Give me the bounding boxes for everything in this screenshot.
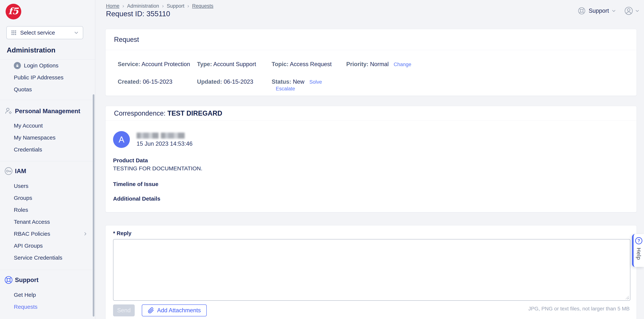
field-label: Status: [272, 79, 291, 85]
question-circle-icon: ? [635, 237, 643, 245]
sidebar-item-public-ip-addresses[interactable]: Public IP Addresses [0, 72, 95, 84]
field-label: Type: [197, 61, 212, 67]
chevron-down-icon[interactable] [635, 9, 640, 13]
correspondence-card: Correspondence: TEST DIREGARD A 15 Jun 2… [106, 106, 637, 212]
divider [0, 270, 95, 270]
breadcrumb: Home › Administration › Support › Reques… [106, 3, 214, 9]
breadcrumb-administration[interactable]: Administration [127, 3, 159, 9]
attachment-hint: JPG, PNG or text files, not larger than … [528, 306, 630, 312]
breadcrumb-separator: › [122, 3, 124, 9]
sidebar-item-label: Service Credentials [14, 254, 62, 261]
life-ring-icon [578, 7, 586, 15]
field-status: Status: New Solve Escalate [272, 79, 346, 92]
message-section: Additional Details [113, 196, 628, 202]
correspondence-title-prefix: Correspondence: [114, 109, 166, 117]
chevron-down-icon [74, 30, 79, 35]
field-value: Normal [370, 61, 388, 67]
page: f5 Select service Administration [0, 0, 644, 319]
sidebar-nav: Login Options Public IP Addresses Quotas [0, 59, 95, 313]
sidebar-section-support[interactable]: Support [0, 274, 95, 286]
breadcrumb-support[interactable]: Support [167, 3, 184, 9]
field-value: 06-15-2023 [143, 79, 172, 85]
field-value: Access Request [290, 61, 332, 67]
breadcrumb-requests[interactable]: Requests [192, 3, 214, 9]
sidebar-scrollbar[interactable] [93, 94, 94, 316]
help-tab[interactable]: ? Help [632, 234, 644, 267]
message-header: A 15 Jun 2023 14:53:46 [113, 131, 628, 148]
sidebar-item-my-namespaces[interactable]: My Namespaces [0, 132, 95, 144]
sidebar-item-label: Credentials [14, 146, 42, 153]
sidebar-item-label: Login Options [24, 62, 58, 69]
user-avatar-icon[interactable] [624, 6, 633, 15]
sidebar-item-credentials[interactable]: Credentials [0, 144, 95, 156]
support-switcher[interactable]: Support [588, 8, 609, 14]
sidebar-item-my-account[interactable]: My Account [0, 120, 95, 132]
avatar: A [113, 131, 130, 148]
sidebar-item-users[interactable]: Users [0, 180, 95, 192]
chevron-right-icon [83, 232, 88, 236]
f5-logo[interactable]: f5 [6, 4, 21, 20]
sidebar-item-label: Requests [14, 304, 38, 310]
sidebar-item-label: API Groups [14, 243, 43, 249]
escalate-link[interactable]: Escalate [276, 86, 295, 92]
message-section-heading: Product Data [113, 157, 628, 164]
sidebar-item-get-help[interactable]: Get Help [0, 289, 95, 301]
sidebar-item-login-options[interactable]: Login Options [0, 60, 95, 72]
field-label: Service: [118, 61, 140, 67]
sidebar-item-label: My Account [14, 123, 43, 129]
add-attachments-button[interactable]: Add Attachments [142, 304, 207, 316]
divider [0, 161, 95, 161]
request-fields: Service: Account Protection Type: Accoun… [106, 50, 636, 92]
field-value: 06-15-2023 [224, 79, 253, 85]
field-topic: Topic: Access Request [272, 61, 346, 68]
message-author-block: 15 Jun 2023 14:53:46 [136, 131, 192, 148]
sidebar-item-label: Groups [14, 195, 32, 201]
key-icon [4, 167, 13, 175]
lock-icon [14, 62, 21, 69]
request-card-title: Request [106, 29, 636, 50]
request-card: Request Service: Account Protection Type… [106, 29, 637, 96]
sidebar-item-requests[interactable]: Requests [0, 301, 95, 313]
sidebar-item-rbac-policies[interactable]: RBAC Policies [0, 228, 95, 240]
reply-card: * Reply Send Add Attachments JPG, PNG or… [106, 225, 637, 319]
message-section-body: TESTING FOR DOCUMENTATION. [113, 165, 628, 172]
sidebar-item-roles[interactable]: Roles [0, 204, 95, 216]
service-selector[interactable]: Select service [6, 26, 83, 39]
sidebar-item-label: RBAC Policies [14, 231, 50, 237]
breadcrumb-home[interactable]: Home [106, 3, 120, 9]
grid-icon [11, 30, 17, 36]
sidebar-item-label: Tenant Access [14, 219, 50, 225]
help-tab-label: Help [636, 248, 642, 260]
paperclip-icon [148, 307, 154, 313]
sidebar-section-personal-management[interactable]: Personal Management [0, 105, 95, 117]
sidebar-item-tenant-access[interactable]: Tenant Access [0, 216, 95, 228]
change-priority-link[interactable]: Change [394, 62, 411, 67]
add-attachments-label: Add Attachments [157, 307, 201, 314]
field-updated: Updated: 06-15-2023 [197, 79, 272, 85]
field-label: Topic: [272, 61, 288, 67]
message-section-heading: Timeline of Issue [113, 181, 628, 187]
chevron-down-icon[interactable] [612, 9, 616, 13]
sidebar-item-label: Get Help [14, 292, 36, 298]
send-button[interactable]: Send [113, 304, 135, 316]
sidebar-item-quotas[interactable]: Quotas [0, 84, 95, 95]
message-section: Product Data TESTING FOR DOCUMENTATION. [113, 157, 628, 172]
field-label: Priority: [346, 61, 368, 67]
solve-link[interactable]: Solve [309, 79, 322, 85]
service-selector-label: Select service [20, 30, 55, 36]
page-title: Request ID: 355110 [106, 10, 170, 18]
sidebar-item-label: My Namespaces [14, 134, 56, 141]
correspondence-subject: TEST DIREGARD [167, 109, 222, 117]
life-ring-icon [4, 276, 13, 284]
reply-label: * Reply [113, 230, 630, 236]
sidebar-item-service-credentials[interactable]: Service Credentials [0, 252, 95, 264]
field-value: Account Support [213, 61, 256, 67]
sidebar: f5 Select service Administration [0, 0, 95, 319]
sidebar-item-groups[interactable]: Groups [0, 192, 95, 204]
sidebar-item-api-groups[interactable]: API Groups [0, 240, 95, 252]
sidebar-item-label: Quotas [14, 86, 32, 93]
reply-textarea[interactable] [113, 239, 630, 301]
sidebar-section-label: Personal Management [15, 108, 80, 115]
sidebar-section-iam[interactable]: IAM [0, 165, 95, 177]
field-value: Account Protection [142, 61, 190, 67]
